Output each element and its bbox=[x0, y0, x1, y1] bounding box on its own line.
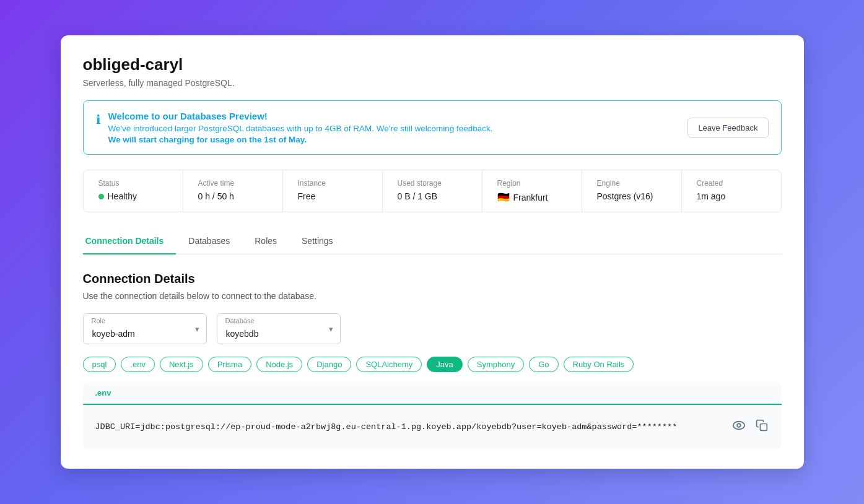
toggle-visibility-button[interactable] bbox=[731, 417, 747, 437]
stat-storage-value: 0 B / 1 GB bbox=[398, 191, 467, 201]
code-actions bbox=[731, 417, 769, 437]
database-label: Database bbox=[225, 317, 255, 324]
stat-instance: Instance Free bbox=[283, 170, 383, 212]
tag-prisma[interactable]: Prisma bbox=[208, 357, 251, 372]
svg-rect-2 bbox=[760, 424, 767, 430]
stat-storage: Used storage 0 B / 1 GB bbox=[383, 170, 482, 212]
stat-region-value: Frankfurt bbox=[513, 193, 548, 202]
tab-settings[interactable]: Settings bbox=[299, 230, 346, 254]
banner-text1: We've introduced larger PostgreSQL datab… bbox=[108, 124, 493, 133]
banner-title: Welcome to our Databases Preview! bbox=[108, 111, 493, 121]
tab-connection-details[interactable]: Connection Details bbox=[83, 230, 177, 254]
selects-row: Role koyeb-adm ▾ Database koyebdb ▾ bbox=[83, 313, 782, 344]
tabs-bar: Connection Details Databases Roles Setti… bbox=[83, 230, 782, 254]
connection-section-desc: Use the connection details below to conn… bbox=[83, 291, 782, 301]
main-card: obliged-caryl Serverless, fully managed … bbox=[61, 35, 804, 469]
tab-roles[interactable]: Roles bbox=[252, 230, 289, 254]
stat-status-value: Healthy bbox=[108, 191, 137, 201]
banner-text-block: Welcome to our Databases Preview! We've … bbox=[108, 111, 493, 144]
database-select-group: Database koyebdb ▾ bbox=[217, 313, 341, 344]
stat-status: Status Healthy bbox=[84, 170, 183, 212]
info-banner: ℹ Welcome to our Databases Preview! We'v… bbox=[83, 100, 782, 155]
svg-point-1 bbox=[737, 424, 741, 427]
tag-nextjs[interactable]: Next.js bbox=[160, 357, 203, 372]
banner-content: ℹ Welcome to our Databases Preview! We'v… bbox=[96, 111, 493, 144]
stat-active-time-value: 0 h / 50 h bbox=[198, 191, 268, 201]
status-dot bbox=[98, 194, 104, 199]
role-label: Role bbox=[92, 317, 106, 324]
code-tab-env: .env bbox=[95, 382, 111, 405]
stat-region: Region 🇩🇪 Frankfurt bbox=[482, 170, 582, 212]
stat-engine-value: Postgres (v16) bbox=[597, 191, 666, 201]
tag-psql[interactable]: psql bbox=[83, 357, 116, 372]
region-flag: 🇩🇪 bbox=[497, 191, 510, 203]
tag-sqlalchemy[interactable]: SQLAlchemy bbox=[356, 357, 422, 372]
code-text: JDBC_URI=jdbc:postgresql://ep-proud-mode… bbox=[95, 422, 678, 432]
connection-section-title: Connection Details bbox=[83, 272, 782, 286]
page-title: obliged-caryl bbox=[83, 55, 782, 74]
tag-symphony[interactable]: Symphony bbox=[468, 357, 524, 372]
svg-point-0 bbox=[733, 421, 744, 429]
leave-feedback-button[interactable]: Leave Feedback bbox=[687, 118, 768, 138]
tags-row: psql .env Next.js Prisma Node.js Django … bbox=[83, 357, 782, 372]
tag-go[interactable]: Go bbox=[529, 357, 558, 372]
stat-instance-value: Free bbox=[298, 191, 367, 201]
tag-env[interactable]: .env bbox=[121, 357, 155, 372]
tag-django[interactable]: Django bbox=[307, 357, 351, 372]
page-header: obliged-caryl Serverless, fully managed … bbox=[83, 55, 782, 88]
copy-button[interactable] bbox=[754, 417, 769, 437]
code-section: .env JDBC_URI=jdbc:postgresql://ep-proud… bbox=[83, 382, 782, 449]
stat-active-time: Active time 0 h / 50 h bbox=[183, 170, 283, 212]
info-icon: ℹ bbox=[96, 112, 101, 127]
stat-created-value: 1m ago bbox=[697, 191, 766, 201]
page-subtitle: Serverless, fully managed PostgreSQL. bbox=[83, 78, 782, 88]
stats-bar: Status Healthy Active time 0 h / 50 h In… bbox=[83, 170, 782, 212]
banner-text2: We will start charging for usage on the … bbox=[108, 135, 493, 144]
tab-databases[interactable]: Databases bbox=[186, 230, 242, 254]
code-content: JDBC_URI=jdbc:postgresql://ep-proud-mode… bbox=[83, 405, 782, 449]
stat-engine: Engine Postgres (v16) bbox=[582, 170, 682, 212]
role-select-group: Role koyeb-adm ▾ bbox=[83, 313, 207, 344]
tag-ruby-on-rails[interactable]: Ruby On Rails bbox=[564, 357, 634, 372]
stat-created: Created 1m ago bbox=[682, 170, 781, 212]
connection-details-section: Connection Details Use the connection de… bbox=[83, 272, 782, 449]
tag-java[interactable]: Java bbox=[427, 357, 462, 372]
code-tab-bar: .env bbox=[83, 382, 782, 405]
tag-nodejs[interactable]: Node.js bbox=[256, 357, 302, 372]
